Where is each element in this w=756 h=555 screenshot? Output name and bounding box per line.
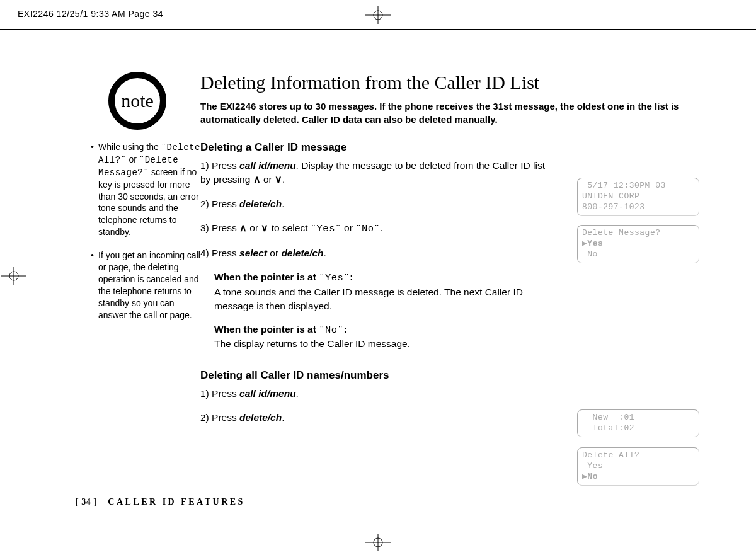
crop-line-top bbox=[0, 29, 756, 30]
text: or bbox=[267, 248, 281, 258]
text: : bbox=[343, 324, 346, 335]
lcd-line: ▶Yes bbox=[582, 239, 603, 248]
yes-mono: ¨Yes¨ bbox=[319, 272, 350, 283]
lcd-line: Delete All? bbox=[582, 450, 639, 460]
lcd-totals: New :01 Total:02 bbox=[577, 409, 699, 437]
text: When the pointer is at bbox=[214, 272, 319, 282]
registration-mark-left bbox=[0, 263, 32, 289]
no-mono: ¨No¨ bbox=[355, 223, 380, 234]
lcd-line: Total:02 bbox=[582, 423, 634, 433]
step-3: 3) Press ∧ or ∨ to select ¨Yes¨ or ¨No¨. bbox=[200, 221, 553, 236]
text: . bbox=[282, 412, 284, 423]
key-select: select bbox=[239, 248, 267, 258]
note-badge: note bbox=[108, 72, 166, 130]
text: to select bbox=[268, 222, 310, 233]
section-label: CALLER ID FEATURES bbox=[108, 497, 245, 506]
text: or bbox=[341, 222, 355, 233]
text: 3) Press bbox=[200, 222, 239, 233]
yes-mono: ¨Yes¨ bbox=[311, 223, 341, 234]
lcd-delete-message: Delete Message? ▶Yes No bbox=[577, 225, 699, 263]
subheading-delete-all: Deleting all Caller ID names/numbers bbox=[200, 369, 692, 382]
step-4: 4) Press select or delete/ch. bbox=[200, 246, 553, 260]
lcd-line: 5/17 12:30PM 03 bbox=[582, 181, 666, 190]
text: . bbox=[324, 248, 326, 258]
lcd-caller-id: 5/17 12:30PM 03 UNIDEN CORP 800-297-1023 bbox=[577, 178, 699, 216]
when-no-block: When the pointer is at ¨No¨: The display… bbox=[214, 323, 554, 352]
lcd-line: ▶No bbox=[582, 472, 598, 481]
when-yes-block: When the pointer is at ¨Yes¨: A tone sou… bbox=[214, 270, 554, 313]
text: 1) Press bbox=[200, 160, 239, 171]
text: . bbox=[282, 174, 285, 185]
text: 4) Press bbox=[200, 248, 239, 258]
sidebar-note: note While using the ¨Delete All?¨ or ¨D… bbox=[91, 72, 204, 321]
registration-mark-top bbox=[360, 3, 396, 28]
page-footer: [ 34 ] CALLER ID FEATURES bbox=[76, 496, 245, 507]
note-item-2: If you get an incoming call or page, the… bbox=[91, 249, 204, 321]
subheading-delete-one: Deleting a Caller ID message bbox=[200, 141, 692, 154]
key-delete-ch: delete/ch bbox=[239, 198, 282, 209]
text: 2) Press bbox=[200, 198, 239, 209]
text: or bbox=[247, 222, 261, 233]
lead-paragraph: The EXI2246 stores up to 30 messages. If… bbox=[200, 100, 692, 126]
page-title: Deleting Information from the Caller ID … bbox=[200, 72, 692, 93]
crop-line-bottom bbox=[0, 527, 756, 527]
lcd-delete-all: Delete All? Yes ▶No bbox=[577, 447, 699, 486]
step-1: 1) Press call id/menu. Display the messa… bbox=[200, 159, 553, 187]
lcd-line: 800-297-1023 bbox=[582, 202, 645, 212]
key-call-id-menu: call id/menu bbox=[239, 388, 296, 399]
text: . bbox=[296, 388, 299, 399]
text: . bbox=[282, 198, 284, 209]
print-slug: EXI2246 12/25/1 9:33 AM Page 34 bbox=[18, 9, 163, 19]
lcd-line: No bbox=[582, 249, 598, 259]
text: When the pointer is at bbox=[214, 324, 319, 335]
note-item-1: While using the ¨Delete All?¨ or ¨Delete… bbox=[91, 141, 204, 238]
delete-all-step-1: 1) Press call id/menu. bbox=[200, 387, 553, 401]
text: A tone sounds and the Caller ID message … bbox=[214, 287, 523, 311]
down-icon: ∨ bbox=[261, 222, 268, 233]
step-2: 2) Press delete/ch. bbox=[200, 197, 553, 211]
lcd-line: New :01 bbox=[582, 413, 634, 422]
text: 2) Press bbox=[200, 412, 239, 423]
text: : bbox=[350, 272, 353, 282]
key-delete-ch: delete/ch bbox=[239, 412, 282, 423]
page-number: [ 34 ] bbox=[76, 497, 96, 506]
text: While using the bbox=[98, 142, 161, 152]
text: or bbox=[261, 174, 275, 185]
text: 1) Press bbox=[200, 388, 239, 399]
no-mono: ¨No¨ bbox=[319, 324, 343, 336]
registration-mark-bottom bbox=[360, 530, 396, 555]
text: or bbox=[127, 154, 139, 164]
down-icon: ∨ bbox=[275, 174, 282, 185]
lcd-line: Delete Message? bbox=[582, 228, 661, 237]
column-divider bbox=[192, 72, 192, 500]
delete-all-step-2: 2) Press delete/ch. bbox=[200, 411, 553, 425]
up-icon: ∧ bbox=[253, 174, 261, 185]
lcd-line: Yes bbox=[582, 461, 603, 471]
text: . bbox=[380, 222, 382, 233]
text: The display returns to the Caller ID mes… bbox=[214, 338, 410, 349]
up-icon: ∧ bbox=[239, 222, 247, 233]
key-call-id-menu: call id/menu bbox=[239, 160, 296, 171]
lcd-line: UNIDEN CORP bbox=[582, 192, 639, 201]
key-delete-ch: delete/ch bbox=[281, 248, 323, 258]
